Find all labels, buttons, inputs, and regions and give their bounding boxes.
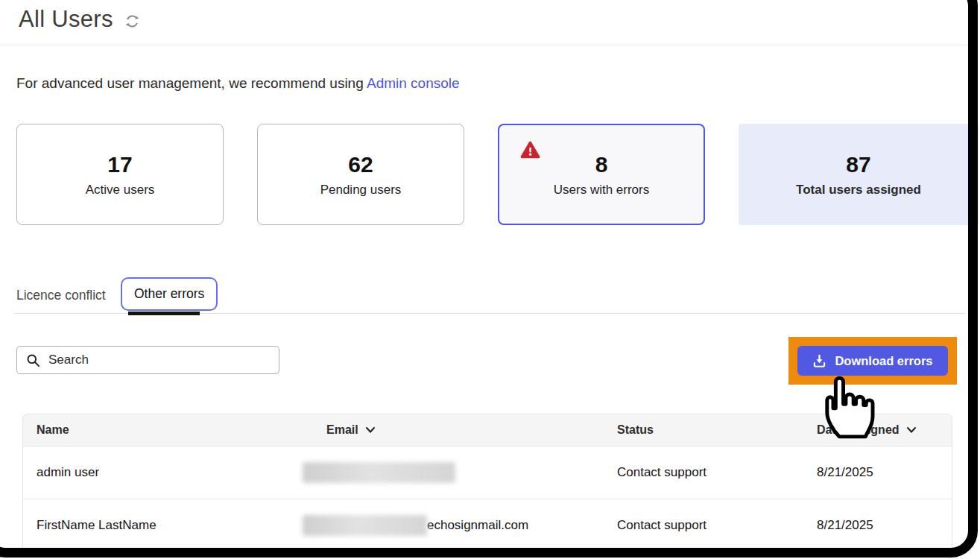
stat-value: 87: [846, 152, 870, 177]
tab-licence-conflict[interactable]: Licence conflict: [16, 288, 106, 303]
stat-value: 62: [348, 152, 373, 177]
refresh-icon[interactable]: [124, 13, 141, 30]
user-email: echosignmail.com: [303, 515, 528, 536]
email-visible-text: echosignmail.com: [427, 518, 528, 533]
download-highlight-annotation: Download errors: [788, 337, 957, 385]
download-errors-button[interactable]: Download errors: [797, 346, 948, 376]
download-icon: [812, 354, 826, 368]
column-header-date-assigned[interactable]: Date Assigned: [817, 423, 917, 437]
stat-card-users-with-errors[interactable]: 8 Users with errors: [498, 124, 705, 225]
all-users-page: All Users For advanced user management, …: [0, 0, 980, 559]
user-status: Contact support: [617, 465, 706, 480]
column-header-name: Name: [37, 423, 69, 437]
intro-text: For advanced user management, we recomme…: [16, 75, 460, 92]
search-input[interactable]: [47, 352, 279, 368]
column-label: Date Assigned: [817, 423, 900, 437]
user-name: admin user: [37, 465, 99, 480]
page-title-text: All Users: [19, 6, 113, 33]
stat-value: 8: [595, 152, 608, 177]
stat-cards: 17 Active users 62 Pending users 8 Users…: [16, 124, 979, 225]
column-header-email[interactable]: Email: [326, 423, 376, 437]
column-label: Email: [326, 423, 358, 437]
admin-console-link[interactable]: Admin console: [367, 75, 460, 91]
user-email: [303, 462, 455, 483]
errors-table: Name Email Status Date Assigned admin us…: [22, 414, 952, 552]
download-errors-label: Download errors: [835, 354, 932, 368]
stat-card-active-users[interactable]: 17 Active users: [16, 124, 224, 225]
search-icon: [26, 353, 40, 367]
table-row[interactable]: admin user Contact support 8/21/2025: [23, 446, 952, 499]
active-tab-indicator: [128, 312, 200, 315]
date-assigned: 8/21/2025: [817, 465, 873, 480]
column-label: Status: [617, 423, 654, 437]
stat-label: Total users assigned: [796, 183, 921, 198]
stat-label: Pending users: [320, 183, 402, 198]
redacted-email-blur: [303, 462, 455, 483]
user-status: Contact support: [617, 518, 706, 533]
date-assigned: 8/21/2025: [817, 518, 873, 533]
stat-card-total-users-assigned[interactable]: 87 Total users assigned: [739, 124, 979, 225]
chevron-down-icon: [906, 426, 917, 434]
tab-other-errors[interactable]: Other errors: [121, 277, 218, 311]
table-row[interactable]: FirstName LastName echosignmail.com Cont…: [23, 499, 952, 552]
column-header-status: Status: [617, 423, 654, 437]
chevron-down-icon: [365, 426, 376, 434]
stat-label: Active users: [86, 183, 155, 198]
stat-card-pending-users[interactable]: 62 Pending users: [257, 124, 464, 225]
user-name: FirstName LastName: [37, 518, 157, 533]
redacted-email-blur: [303, 515, 427, 536]
table-header-row: Name Email Status Date Assigned: [23, 414, 952, 446]
header-divider: [0, 45, 969, 45]
search-box: [16, 346, 279, 374]
stat-label: Users with errors: [554, 183, 649, 198]
page-title: All Users: [19, 6, 141, 33]
column-label: Name: [37, 423, 69, 437]
intro-text-before: For advanced user management, we recomme…: [16, 75, 367, 91]
warning-triangle-icon: [520, 140, 540, 160]
stat-value: 17: [107, 152, 132, 177]
